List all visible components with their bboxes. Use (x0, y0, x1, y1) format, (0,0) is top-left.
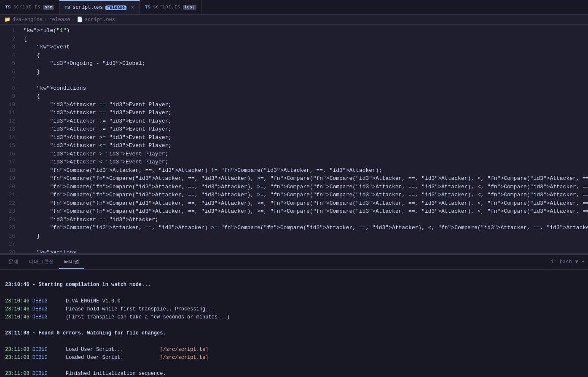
tab-script-ts-test[interactable]: TS script.ts test (140, 0, 202, 14)
ts-icon-3: TS (145, 5, 150, 10)
panel-controls: 1: bash ▼ + (550, 259, 585, 265)
breadcrumb-part2[interactable]: release (49, 17, 70, 23)
editor-area[interactable]: 1234567891011121314151617181920212223242… (0, 25, 588, 253)
code-container: 1234567891011121314151617181920212223242… (0, 25, 588, 253)
tab-script-ows-release[interactable]: TS script.ows release × (59, 0, 140, 14)
tab-script-ts-src[interactable]: TS script.ts src (0, 0, 59, 14)
ts-icon-1: TS (5, 5, 11, 10)
panel-tabs: 문제 디버그콘솔 터미널 1: bash ▼ + (0, 255, 588, 270)
tab-terminal-label: 터미널 (64, 258, 79, 265)
folder-icon-1: 📁 (4, 16, 11, 23)
code-content[interactable]: "kw">rule("1"){ "kw">event { "id3">Ongoi… (20, 25, 588, 253)
tab-problems-label: 문제 (8, 258, 19, 265)
breadcrumb: 📁 dva-engine › release › 📄 script.ows (0, 15, 588, 25)
tab3-badge: test (183, 5, 196, 10)
tab-debug-console[interactable]: 디버그콘솔 (24, 255, 59, 269)
breadcrumb-sep2: › (72, 17, 75, 23)
tab-terminal[interactable]: 터미널 (59, 255, 84, 269)
tab3-name: script.ts (153, 4, 180, 10)
shell-label: 1: bash (550, 259, 572, 265)
tab1-badge: src (43, 5, 54, 10)
tab2-badge: release (105, 5, 126, 10)
tab2-name: script.ows (72, 5, 103, 11)
breadcrumb-part1[interactable]: dva-engine (12, 17, 43, 23)
add-terminal-button[interactable]: + (582, 259, 585, 265)
line-numbers: 1234567891011121314151617181920212223242… (0, 25, 20, 253)
terminal-content[interactable]: 23:10:46 - Starting compilation in watch… (0, 270, 588, 377)
chevron-down-icon[interactable]: ▼ (575, 259, 578, 265)
breadcrumb-sep1: › (44, 17, 47, 23)
tab-problems[interactable]: 문제 (3, 255, 24, 269)
breadcrumb-part3[interactable]: script.ows (85, 17, 115, 23)
tab-debug-console-label: 디버그콘솔 (29, 258, 54, 265)
ows-icon-2: TS (64, 5, 70, 10)
tab-bar: TS script.ts src TS script.ows release ×… (0, 0, 588, 15)
panel-area: 문제 디버그콘솔 터미널 1: bash ▼ + 23:10:46 - Star… (0, 255, 588, 377)
close-tab2-button[interactable]: × (131, 5, 134, 11)
file-icon: 📄 (77, 16, 83, 23)
tab1-name: script.ts (13, 4, 40, 10)
